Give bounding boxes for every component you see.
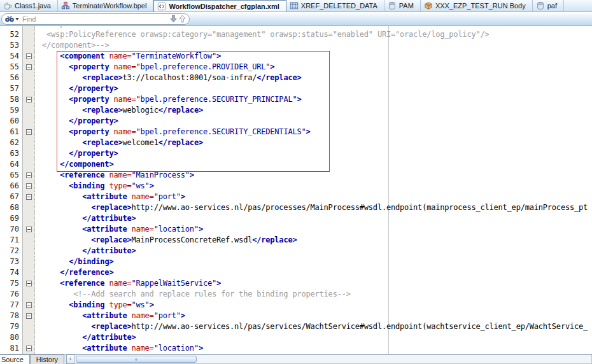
xml-file-icon <box>157 2 166 11</box>
code-line[interactable]: 66 <binding type="ws"> <box>0 181 592 192</box>
scrollbar-track[interactable] <box>74 354 592 364</box>
code-line[interactable]: 72 </attribute> <box>0 246 592 256</box>
code-line[interactable]: 70 <attribute name="location"> <box>0 224 592 235</box>
code-line[interactable]: 58 <property name="bpel.preference.SECUR… <box>0 94 592 105</box>
fold-column <box>23 148 35 159</box>
fold-collapse-icon[interactable] <box>26 346 32 351</box>
code-line[interactable]: 73 </binding> <box>0 256 592 267</box>
code-line[interactable]: 69 </attribute> <box>0 213 592 224</box>
find-next-icon[interactable] <box>169 14 178 24</box>
line-number: 61 <box>0 127 23 137</box>
tab-history[interactable]: History <box>30 354 64 364</box>
fold-column <box>23 127 35 137</box>
binoculars-icon[interactable] <box>5 14 14 24</box>
code-text: </component>--> <box>35 40 109 51</box>
line-number: 78 <box>0 311 23 321</box>
code-text: <replace>t3://localhost:8001/soa-infra/<… <box>35 73 301 83</box>
fold-column <box>23 40 35 51</box>
fold-column <box>23 192 35 202</box>
code-line[interactable]: 81 <attribute name="location"> <box>0 343 592 354</box>
fold-collapse-icon[interactable] <box>26 302 32 308</box>
code-line[interactable]: 78 <attribute name="port"> <box>0 311 592 321</box>
code-line[interactable]: 53 </component>--> <box>0 40 592 51</box>
code-line[interactable]: 54 <component name="TerminateWorkflow"> <box>0 51 592 62</box>
code-line[interactable]: 60 </property> <box>0 116 592 127</box>
code-line[interactable]: 56 <replace>t3://localhost:8001/soa-infr… <box>0 73 592 83</box>
code-line[interactable]: 74 </reference> <box>0 267 592 278</box>
fold-column <box>23 332 35 343</box>
database-icon <box>536 1 545 10</box>
fold-column <box>23 51 35 62</box>
fold-collapse-icon[interactable] <box>26 194 32 200</box>
code-line[interactable]: 62 <replace>welcome1</replace> <box>0 137 592 148</box>
code-text: <binding type="ws"> <box>35 181 154 192</box>
tab-xref-deleted-data[interactable]: XREF_DELETED_DATA <box>286 0 384 11</box>
tab-label: paf <box>547 2 557 10</box>
document-tab-bar: Class1.java TerminateWorkflow.bpel Workf… <box>0 0 592 12</box>
fold-collapse-icon[interactable] <box>26 97 32 102</box>
fold-column <box>23 213 35 224</box>
fold-column <box>23 159 35 170</box>
code-line[interactable]: 65 <reference name="MainProcess"> <box>0 170 592 181</box>
fold-column <box>23 300 35 311</box>
scrollbar-thumb[interactable] <box>76 356 197 363</box>
code-line[interactable]: 55 <property name="bpel.preference.PROVI… <box>0 62 592 73</box>
fold-column <box>23 29 35 40</box>
fold-column <box>23 116 35 127</box>
tab-source[interactable]: Source <box>0 354 30 364</box>
fold-column <box>23 235 35 246</box>
find-previous-icon[interactable] <box>178 14 187 24</box>
tab-paf[interactable]: paf <box>533 0 564 11</box>
code-line[interactable]: 68 <replace>http://www.ao-services.nl/pa… <box>0 202 592 213</box>
fold-collapse-icon[interactable] <box>26 172 32 178</box>
xml-source-editor[interactable]: 51 <component name="">52 <wsp:PolicyRefe… <box>0 26 592 354</box>
code-line[interactable]: 76 <!--Add search and replace rules for … <box>0 289 592 300</box>
code-text: </attribute> <box>35 213 136 224</box>
tab-label: Class1.java <box>15 2 51 10</box>
code-text: <attribute name="port"> <box>35 192 185 202</box>
fold-column <box>23 278 35 289</box>
tab-terminateworkflow-bpel[interactable]: TerminateWorkflow.bpel <box>58 0 154 11</box>
scroll-left-button[interactable]: ‹ <box>66 354 74 364</box>
code-line[interactable]: 52 <wsp:PolicyReference orawsp:category=… <box>0 29 592 40</box>
tab-xxx-ezp-test-run-body[interactable]: XXX_EZP_TEST_RUN Body <box>421 0 533 11</box>
tab-class1-java[interactable]: Class1.java <box>0 0 58 11</box>
code-text: <reference name="MainProcess"> <box>35 170 194 181</box>
code-line[interactable]: 63 </property> <box>0 148 592 159</box>
line-number: 66 <box>0 181 23 192</box>
fold-column <box>23 170 35 181</box>
fold-collapse-icon[interactable] <box>26 53 32 59</box>
dropdown-caret-icon[interactable] <box>15 18 19 20</box>
line-number: 52 <box>0 29 23 40</box>
fold-column <box>23 321 35 332</box>
code-lines: 51 <component name="">52 <wsp:PolicyRefe… <box>0 26 592 354</box>
tab-workflowdispatcher-cfgplan-xml[interactable]: WorkflowDispatcher_cfgplan.xml <box>153 0 286 11</box>
code-text: </attribute> <box>35 246 136 256</box>
fold-collapse-icon[interactable] <box>26 183 32 189</box>
code-text: <!--Add search and replace rules for the… <box>35 289 351 300</box>
code-text: <replace>MainProcessConcreteRef.wsdl</re… <box>35 235 297 246</box>
code-line[interactable]: 61 <property name="bpel.preference.SECUR… <box>0 127 592 137</box>
code-line[interactable]: 67 <attribute name="port"> <box>0 192 592 202</box>
tab-pam[interactable]: PAM <box>384 0 421 11</box>
line-number: 62 <box>0 137 23 148</box>
code-line[interactable]: 64 </component> <box>0 159 592 170</box>
fold-collapse-icon[interactable] <box>26 129 32 135</box>
fold-collapse-icon[interactable] <box>26 64 32 70</box>
code-line[interactable]: 71 <replace>MainProcessConcreteRef.wsdl<… <box>0 235 592 246</box>
code-text: </property> <box>35 83 118 94</box>
line-number: 75 <box>0 278 23 289</box>
fold-collapse-icon[interactable] <box>26 227 32 232</box>
fold-column <box>23 202 35 213</box>
fold-column <box>23 267 35 278</box>
code-line[interactable]: 59 <replace>weblogic</replace> <box>0 105 592 116</box>
find-input[interactable] <box>21 15 169 24</box>
code-line[interactable]: 77 <binding type="ws"> <box>0 300 592 311</box>
code-line[interactable]: 80 </attribute> <box>0 332 592 343</box>
code-line[interactable]: 75 <reference name="RappelWaitService"> <box>0 278 592 289</box>
code-line[interactable]: 79 <replace>http://www.ao-services.nl/pa… <box>0 321 592 332</box>
fold-collapse-icon[interactable] <box>26 281 32 286</box>
fold-collapse-icon[interactable] <box>26 313 32 319</box>
fold-column <box>23 105 35 116</box>
code-line[interactable]: 57 </property> <box>0 83 592 94</box>
